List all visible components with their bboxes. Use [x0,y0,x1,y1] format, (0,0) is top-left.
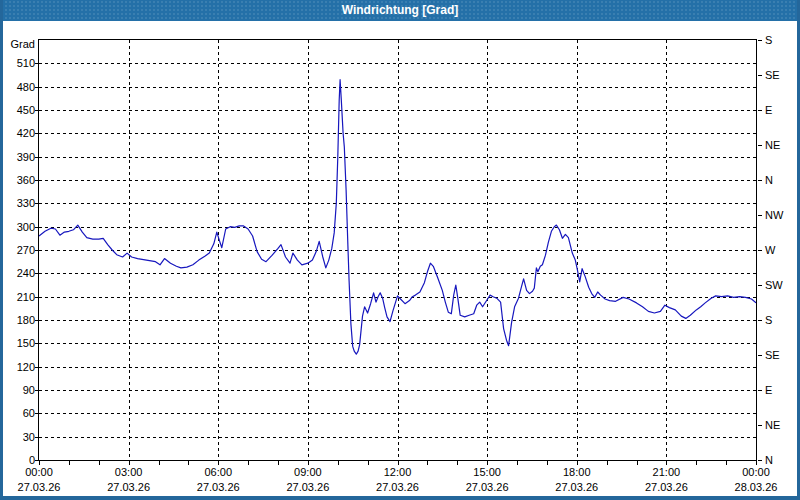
compass-tick-mark [758,40,762,41]
series-windrichtung [39,80,756,355]
y-axis-tick-label: 390 [3,151,35,163]
y-axis-tick-label: 510 [3,57,35,69]
x-axis-minor-tick [696,461,697,465]
y-axis-tick-mark [35,460,38,461]
x-axis-minor-tick [248,461,249,465]
y-axis-tick-mark [35,297,38,298]
compass-tick-label: SW [765,279,783,291]
x-axis-minor-tick [69,461,70,465]
y-axis-tick-mark [35,110,38,111]
compass-tick-mark [758,355,762,356]
x-axis-time-label: 06:00 [188,466,248,478]
x-axis-minor-tick [39,461,40,465]
x-axis-date-label: 27.03.26 [547,481,607,493]
compass-tick-label: NW [765,209,783,221]
window-titlebar: Windrichtung [Grad] [0,0,800,21]
y-axis-tick-label: 240 [3,267,35,279]
y-axis-tick-label: 480 [3,81,35,93]
x-axis-date-label: 27.03.26 [9,481,69,493]
y-axis-tick-mark [35,203,38,204]
y-axis-tick-mark [35,63,38,64]
y-axis-tick-label: 450 [3,104,35,116]
x-axis-time-label: 00:00 [9,466,69,478]
x-axis-time-label: 09:00 [278,466,338,478]
compass-tick-mark [758,145,762,146]
window-title: Windrichtung [Grad] [342,3,459,17]
x-axis-minor-tick [278,461,279,465]
y-axis-tick-label: 360 [3,174,35,186]
x-axis-minor-tick [308,461,309,465]
x-axis-date-label: 27.03.26 [278,481,338,493]
compass-tick-label: S [765,314,772,326]
compass-tick-mark [758,75,762,76]
x-axis-minor-tick [457,461,458,465]
compass-tick-label: S [765,34,772,46]
x-axis-minor-tick [517,461,518,465]
y-axis-tick-label: 270 [3,244,35,256]
compass-tick-label: N [765,174,773,186]
x-axis-time-label: 00:00 [726,466,786,478]
y-axis-tick-label: 60 [3,407,35,419]
x-axis-minor-tick [368,461,369,465]
x-axis-minor-tick [547,461,548,465]
compass-tick-label: W [765,244,775,256]
compass-tick-mark [758,250,762,251]
compass-tick-mark [758,285,762,286]
y-axis-tick-label: 180 [3,314,35,326]
y-axis-tick-label: 330 [3,197,35,209]
x-axis-minor-tick [159,461,160,465]
y-axis-tick-mark [35,343,38,344]
x-axis-date-label: 27.03.26 [368,481,428,493]
compass-tick-mark [758,320,762,321]
compass-tick-mark [758,425,762,426]
y-axis-tick-mark [35,133,38,134]
y-axis-tick-mark [35,437,38,438]
x-axis-minor-tick [756,461,757,465]
y-axis-tick-mark [35,180,38,181]
wind-direction-line-chart [39,40,756,460]
y-axis-tick-mark [35,227,38,228]
x-axis-date-label: 27.03.26 [188,481,248,493]
compass-tick-label: SE [765,349,780,361]
x-axis-date-label: 27.03.26 [99,481,159,493]
x-axis-minor-tick [637,461,638,465]
y-axis-tick-mark [35,273,38,274]
x-axis-time-label: 18:00 [547,466,607,478]
x-axis-minor-tick [427,461,428,465]
plot-area [38,39,757,461]
x-axis-time-label: 21:00 [636,466,696,478]
x-axis-minor-tick [487,461,488,465]
x-axis-minor-tick [129,461,130,465]
x-axis-minor-tick [188,461,189,465]
compass-tick-mark [758,390,762,391]
y-axis-unit-label: Grad [3,38,35,50]
x-axis-minor-tick [726,461,727,465]
compass-tick-mark [758,180,762,181]
compass-tick-label: NE [765,139,780,151]
y-axis-tick-label: 30 [3,431,35,443]
y-axis-tick-mark [35,320,38,321]
y-axis-tick-label: 420 [3,127,35,139]
x-axis-minor-tick [338,461,339,465]
y-axis-tick-label: 150 [3,337,35,349]
y-axis-tick-mark [35,413,38,414]
y-axis-tick-mark [35,87,38,88]
compass-tick-mark [758,460,762,461]
compass-tick-mark [758,215,762,216]
y-axis-tick-mark [35,390,38,391]
x-axis-minor-tick [666,461,667,465]
compass-tick-label: E [765,104,772,116]
y-axis-tick-label: 120 [3,361,35,373]
chart-window: Windrichtung [Grad] Grad 030609012015018… [0,0,800,500]
y-axis-tick-label: 0 [3,454,35,466]
x-axis-minor-tick [99,461,100,465]
y-axis-tick-label: 90 [3,384,35,396]
x-axis-minor-tick [577,461,578,465]
x-axis-time-label: 03:00 [99,466,159,478]
x-axis-minor-tick [218,461,219,465]
x-axis-date-label: 27.03.26 [636,481,696,493]
x-axis-date-label: 27.03.26 [457,481,517,493]
y-axis-tick-mark [35,367,38,368]
x-axis-time-label: 12:00 [368,466,428,478]
compass-tick-label: N [765,454,773,466]
